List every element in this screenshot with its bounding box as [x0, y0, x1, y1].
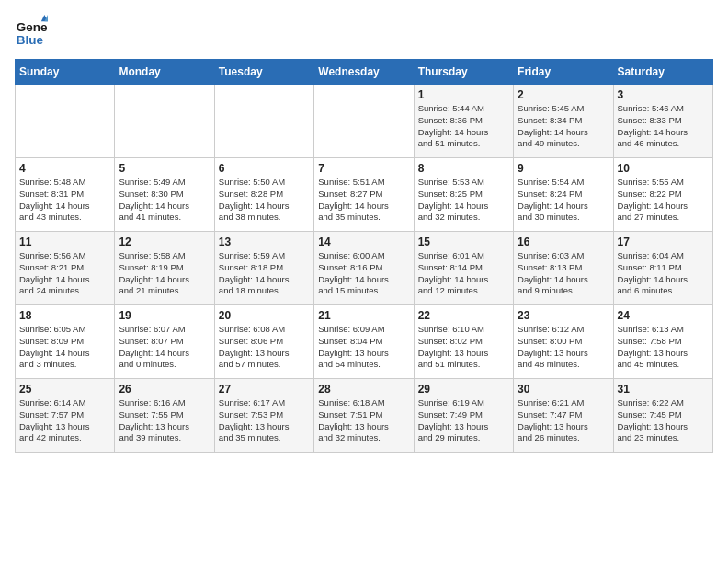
day-number: 14: [318, 236, 409, 248]
calendar-cell: 6Sunrise: 5:50 AM Sunset: 8:28 PM Daylig…: [214, 158, 313, 232]
day-info: Sunrise: 5:56 AM Sunset: 8:21 PM Dayligh…: [19, 250, 110, 297]
calendar-header-row: SundayMondayTuesdayWednesdayThursdayFrid…: [16, 60, 713, 85]
calendar-cell: 19Sunrise: 6:07 AM Sunset: 8:07 PM Dayli…: [115, 305, 214, 379]
day-number: 24: [618, 309, 709, 322]
calendar-cell: 21Sunrise: 6:09 AM Sunset: 8:04 PM Dayli…: [314, 305, 414, 379]
calendar-week-3: 11Sunrise: 5:56 AM Sunset: 8:21 PM Dayli…: [16, 232, 713, 305]
calendar-cell: 31Sunrise: 6:22 AM Sunset: 7:45 PM Dayli…: [613, 379, 712, 453]
calendar-cell: 15Sunrise: 6:01 AM Sunset: 8:14 PM Dayli…: [414, 232, 513, 305]
calendar-cell: 3Sunrise: 5:46 AM Sunset: 8:33 PM Daylig…: [613, 85, 712, 158]
calendar-cell: 17Sunrise: 6:04 AM Sunset: 8:11 PM Dayli…: [613, 232, 712, 305]
day-number: 12: [119, 236, 210, 248]
day-number: 5: [119, 162, 210, 175]
day-info: Sunrise: 6:01 AM Sunset: 8:14 PM Dayligh…: [418, 250, 509, 297]
day-info: Sunrise: 5:53 AM Sunset: 8:25 PM Dayligh…: [418, 177, 509, 224]
page-header: General Blue: [15, 15, 713, 48]
day-info: Sunrise: 6:22 AM Sunset: 7:45 PM Dayligh…: [618, 397, 709, 444]
day-number: 1: [418, 88, 509, 101]
logo-icon: General Blue: [15, 15, 48, 48]
calendar-cell: 13Sunrise: 5:59 AM Sunset: 8:18 PM Dayli…: [214, 232, 313, 305]
calendar-cell: 2Sunrise: 5:45 AM Sunset: 8:34 PM Daylig…: [514, 85, 613, 158]
calendar-cell: 4Sunrise: 5:48 AM Sunset: 8:31 PM Daylig…: [16, 158, 115, 232]
calendar-cell: 18Sunrise: 6:05 AM Sunset: 8:09 PM Dayli…: [16, 305, 115, 379]
day-info: Sunrise: 5:46 AM Sunset: 8:33 PM Dayligh…: [618, 103, 709, 150]
day-number: 28: [318, 383, 409, 396]
day-header-wednesday: Wednesday: [314, 60, 414, 85]
day-info: Sunrise: 6:16 AM Sunset: 7:55 PM Dayligh…: [119, 397, 210, 444]
day-number: 17: [618, 236, 709, 248]
day-info: Sunrise: 6:10 AM Sunset: 8:02 PM Dayligh…: [418, 324, 509, 371]
day-header-sunday: Sunday: [16, 60, 115, 85]
calendar-week-4: 18Sunrise: 6:05 AM Sunset: 8:09 PM Dayli…: [16, 305, 713, 379]
day-number: 26: [119, 383, 210, 396]
calendar-cell: 1Sunrise: 5:44 AM Sunset: 8:36 PM Daylig…: [414, 85, 513, 158]
calendar-week-5: 25Sunrise: 6:14 AM Sunset: 7:57 PM Dayli…: [16, 379, 713, 453]
day-info: Sunrise: 5:55 AM Sunset: 8:22 PM Dayligh…: [618, 177, 709, 224]
calendar-cell: 10Sunrise: 5:55 AM Sunset: 8:22 PM Dayli…: [613, 158, 712, 232]
calendar-cell: 20Sunrise: 6:08 AM Sunset: 8:06 PM Dayli…: [214, 305, 313, 379]
calendar-cell: [16, 85, 115, 158]
day-info: Sunrise: 6:07 AM Sunset: 8:07 PM Dayligh…: [119, 324, 210, 371]
day-number: 20: [219, 309, 310, 322]
day-number: 11: [19, 236, 110, 248]
calendar-cell: 23Sunrise: 6:12 AM Sunset: 8:00 PM Dayli…: [514, 305, 613, 379]
day-header-saturday: Saturday: [613, 60, 712, 85]
day-info: Sunrise: 6:03 AM Sunset: 8:13 PM Dayligh…: [518, 250, 609, 297]
calendar-table: SundayMondayTuesdayWednesdayThursdayFrid…: [15, 59, 713, 453]
day-number: 4: [19, 162, 110, 175]
day-header-thursday: Thursday: [414, 60, 513, 85]
day-number: 8: [418, 162, 509, 175]
day-number: 10: [618, 162, 709, 175]
day-header-tuesday: Tuesday: [214, 60, 313, 85]
calendar-cell: 5Sunrise: 5:49 AM Sunset: 8:30 PM Daylig…: [115, 158, 214, 232]
day-info: Sunrise: 5:45 AM Sunset: 8:34 PM Dayligh…: [518, 103, 609, 150]
day-number: 3: [618, 88, 709, 101]
day-number: 18: [19, 309, 110, 322]
day-number: 29: [418, 383, 509, 396]
day-number: 13: [219, 236, 310, 248]
calendar-cell: 9Sunrise: 5:54 AM Sunset: 8:24 PM Daylig…: [514, 158, 613, 232]
calendar-cell: 25Sunrise: 6:14 AM Sunset: 7:57 PM Dayli…: [16, 379, 115, 453]
calendar-cell: 8Sunrise: 5:53 AM Sunset: 8:25 PM Daylig…: [414, 158, 513, 232]
calendar-cell: [314, 85, 414, 158]
day-info: Sunrise: 5:51 AM Sunset: 8:27 PM Dayligh…: [318, 177, 409, 224]
calendar-cell: 14Sunrise: 6:00 AM Sunset: 8:16 PM Dayli…: [314, 232, 414, 305]
calendar-cell: 30Sunrise: 6:21 AM Sunset: 7:47 PM Dayli…: [514, 379, 613, 453]
day-header-friday: Friday: [514, 60, 613, 85]
calendar-cell: [214, 85, 313, 158]
calendar-cell: 24Sunrise: 6:13 AM Sunset: 7:58 PM Dayli…: [613, 305, 712, 379]
day-info: Sunrise: 6:12 AM Sunset: 8:00 PM Dayligh…: [518, 324, 609, 371]
day-info: Sunrise: 6:04 AM Sunset: 8:11 PM Dayligh…: [618, 250, 709, 297]
calendar-cell: 28Sunrise: 6:18 AM Sunset: 7:51 PM Dayli…: [314, 379, 414, 453]
day-info: Sunrise: 6:05 AM Sunset: 8:09 PM Dayligh…: [19, 324, 110, 371]
day-info: Sunrise: 6:08 AM Sunset: 8:06 PM Dayligh…: [219, 324, 310, 371]
day-number: 21: [318, 309, 409, 322]
day-info: Sunrise: 6:14 AM Sunset: 7:57 PM Dayligh…: [19, 397, 110, 444]
day-info: Sunrise: 6:21 AM Sunset: 7:47 PM Dayligh…: [518, 397, 609, 444]
calendar-cell: 27Sunrise: 6:17 AM Sunset: 7:53 PM Dayli…: [214, 379, 313, 453]
day-header-monday: Monday: [115, 60, 214, 85]
day-number: 6: [219, 162, 310, 175]
calendar-week-2: 4Sunrise: 5:48 AM Sunset: 8:31 PM Daylig…: [16, 158, 713, 232]
day-number: 25: [19, 383, 110, 396]
calendar-cell: 11Sunrise: 5:56 AM Sunset: 8:21 PM Dayli…: [16, 232, 115, 305]
day-number: 7: [318, 162, 409, 175]
day-info: Sunrise: 6:17 AM Sunset: 7:53 PM Dayligh…: [219, 397, 310, 444]
calendar-week-1: 1Sunrise: 5:44 AM Sunset: 8:36 PM Daylig…: [16, 85, 713, 158]
day-info: Sunrise: 5:54 AM Sunset: 8:24 PM Dayligh…: [518, 177, 609, 224]
calendar-cell: 16Sunrise: 6:03 AM Sunset: 8:13 PM Dayli…: [514, 232, 613, 305]
day-number: 22: [418, 309, 509, 322]
day-info: Sunrise: 6:00 AM Sunset: 8:16 PM Dayligh…: [318, 250, 409, 297]
svg-text:Blue: Blue: [17, 33, 44, 47]
day-info: Sunrise: 6:18 AM Sunset: 7:51 PM Dayligh…: [318, 397, 409, 444]
day-info: Sunrise: 5:49 AM Sunset: 8:30 PM Dayligh…: [119, 177, 210, 224]
day-number: 30: [518, 383, 609, 396]
day-info: Sunrise: 5:59 AM Sunset: 8:18 PM Dayligh…: [219, 250, 310, 297]
day-number: 31: [618, 383, 709, 396]
day-number: 9: [518, 162, 609, 175]
calendar-cell: 12Sunrise: 5:58 AM Sunset: 8:19 PM Dayli…: [115, 232, 214, 305]
day-number: 16: [518, 236, 609, 248]
day-info: Sunrise: 6:19 AM Sunset: 7:49 PM Dayligh…: [418, 397, 509, 444]
day-info: Sunrise: 5:48 AM Sunset: 8:31 PM Dayligh…: [19, 177, 110, 224]
day-info: Sunrise: 6:13 AM Sunset: 7:58 PM Dayligh…: [618, 324, 709, 371]
